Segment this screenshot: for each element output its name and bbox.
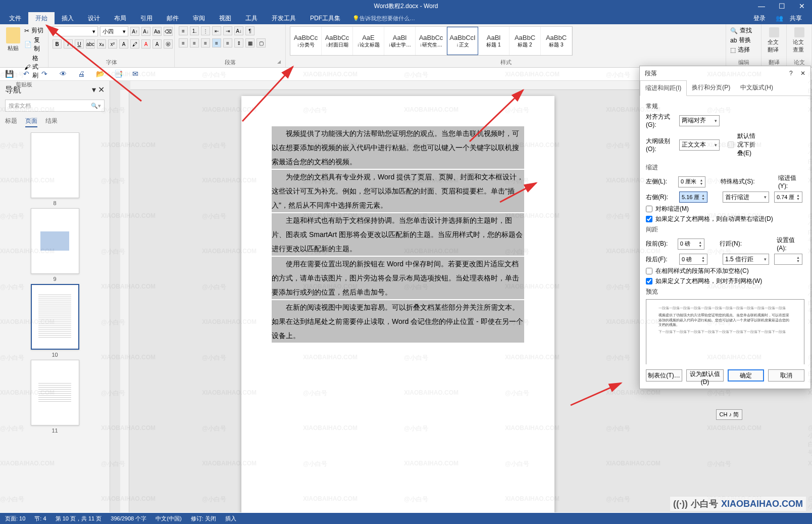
find-button[interactable]: 🔍 查找 <box>730 26 752 35</box>
tab-tools[interactable]: 工具 <box>238 12 265 24</box>
underline-button[interactable]: U <box>75 39 84 49</box>
shrink-font-button[interactable]: A↓ <box>141 27 150 36</box>
style-item-6[interactable]: AaBl标题 1 <box>478 27 510 55</box>
select-button[interactable]: ⬚ 选择 <box>730 45 750 54</box>
status-track[interactable]: 修订: 关闭 <box>191 515 216 522</box>
thumbnail-10[interactable] <box>31 284 79 350</box>
sort-button[interactable]: A↓ <box>234 26 243 35</box>
line-spacing-combo[interactable]: 1.5 倍行距▾ <box>723 254 769 265</box>
tab-insert[interactable]: 插入 <box>55 12 81 24</box>
at-spinner[interactable]: ▲▼ <box>774 254 802 265</box>
nav-close-icon[interactable]: ▾ ✕ <box>92 85 105 96</box>
paragraph-2[interactable]: 为使您的文档具有专业外观，Word 提供了页眉、页脚、封面和文本框设计，这些设计… <box>272 170 524 212</box>
translate-button[interactable]: 全文翻译 <box>766 26 782 55</box>
highlight-button[interactable]: 🖍 <box>130 39 139 49</box>
tab-pdf[interactable]: PDF工具集 <box>303 12 347 24</box>
dialog-tab-lineBreak[interactable]: 换行和分页(P) <box>687 80 735 96</box>
status-mode[interactable]: 插入 <box>225 515 236 522</box>
char-shading-button[interactable]: A <box>153 39 162 49</box>
close-button[interactable]: ✕ <box>792 2 812 10</box>
copy-button[interactable]: 📄 复制 <box>24 36 44 53</box>
style-item-8[interactable]: AaBbC标题 3 <box>541 27 572 55</box>
increase-indent-button[interactable]: ⇥ <box>223 26 232 35</box>
qat-icon-6[interactable]: 📂 <box>96 70 105 79</box>
style-item-4[interactable]: AaBbCc↓研究生… <box>416 27 447 55</box>
document-page[interactable]: 视频提供了功能强大的方法帮助您证明您的观点。当您单击联机视频时，可以在想要添加的… <box>241 96 554 512</box>
replace-button[interactable]: ab 替换 <box>730 36 751 44</box>
style-item-2[interactable]: AaE↓论文标题 <box>353 27 384 55</box>
paragraph-5[interactable]: 在新的阅读视图中阅读更加容易。可以折叠文档某些部分并关注所需文本。如果在达到结尾… <box>272 300 524 343</box>
grow-font-button[interactable]: A↑ <box>130 27 139 36</box>
dialog-help-icon[interactable]: ? <box>789 70 793 77</box>
ime-indicator[interactable]: CH ♪ 简 <box>716 409 743 420</box>
auto-right-checkbox[interactable]: 如果定义了文档网格，则自动调整右缩进(D) <box>646 215 804 223</box>
paragraph-1[interactable]: 视频提供了功能强大的方法帮助您证明您的观点。当您单击联机视频时，可以在想要添加的… <box>272 126 524 169</box>
thumbnail-9[interactable] <box>31 208 79 274</box>
tab-mailings[interactable]: 邮件 <box>160 12 186 24</box>
status-section[interactable]: 节: 4 <box>34 515 46 522</box>
font-family-combo[interactable]: ▾ <box>53 26 98 36</box>
tab-view[interactable]: 视图 <box>212 12 238 24</box>
dialog-tab-asian[interactable]: 中文版式(H) <box>735 80 778 96</box>
enclose-button[interactable]: ㊙ <box>164 39 173 49</box>
line-spacing-button[interactable]: ⇕ <box>234 38 243 47</box>
signin-button[interactable]: 登录 <box>748 14 771 23</box>
ok-button[interactable]: 确定 <box>728 369 764 382</box>
nav-tab-results[interactable]: 结果 <box>45 117 58 127</box>
status-words[interactable]: 396/2908 个字 <box>111 515 146 522</box>
clear-format-button[interactable]: ⌫ <box>164 27 173 36</box>
thumbnail-11[interactable] <box>31 360 79 425</box>
symmetric-checkbox[interactable]: 对称缩进(M) <box>646 205 804 213</box>
print-icon[interactable]: 🖨 <box>78 70 87 79</box>
nospace-checkbox[interactable]: 在相同样式的段落间不添加空格(C) <box>646 267 804 275</box>
outline-combo[interactable]: 正文文本▾ <box>679 139 720 151</box>
style-item-0[interactable]: AaBbCc↓分类号 <box>290 27 322 55</box>
status-page-of[interactable]: 第 10 页，共 11 页 <box>56 515 102 522</box>
set-default-button[interactable]: 设为默认值(D) <box>686 369 724 382</box>
align-justify-button[interactable]: ≡ <box>212 38 221 47</box>
tab-design[interactable]: 设计 <box>81 12 107 24</box>
snap-checkbox[interactable]: 如果定义了文档网格，则对齐到网格(W) <box>646 277 804 285</box>
tab-review[interactable]: 审阅 <box>186 12 212 24</box>
tab-home[interactable]: 开始 <box>28 12 55 24</box>
align-combo[interactable]: 两端对齐▾ <box>679 115 720 126</box>
paragraph-dialog-launcher[interactable]: ◢ <box>277 59 283 65</box>
maximize-button[interactable]: ☐ <box>772 2 792 10</box>
indent-left-spinner[interactable]: 0 厘米▲▼ <box>678 176 705 187</box>
text-effects-button[interactable]: A <box>119 39 128 49</box>
multilevel-button[interactable]: ⋮ <box>201 26 210 35</box>
dialog-tab-indent[interactable]: 缩进和间距(I) <box>640 80 687 96</box>
cut-button[interactable]: ✂ 剪切 <box>24 26 44 35</box>
plagiarism-button[interactable]: 论文查重 <box>791 26 807 55</box>
format-painter-button[interactable]: 🖌 格式刷 <box>24 54 44 80</box>
show-marks-button[interactable]: ¶ <box>245 26 255 35</box>
italic-button[interactable]: I <box>64 39 73 49</box>
tab-file[interactable]: 文件 <box>2 12 28 24</box>
tell-me-box[interactable]: 💡 告诉我您想要做什么… <box>352 12 415 24</box>
qat-icon-8[interactable]: ✉ <box>132 70 141 79</box>
paragraph-4[interactable]: 使用在需要位置出现的新按钮在 Word 中保存时间。若要更改图片适应文档的方式，… <box>272 257 524 299</box>
align-distribute-button[interactable]: ≡ <box>223 38 232 47</box>
vertical-ruler[interactable] <box>120 90 129 512</box>
qat-icon-7[interactable]: 📑 <box>114 70 123 79</box>
collapse-checkbox[interactable]: 默认情况下折叠(E) <box>728 132 758 158</box>
tab-references[interactable]: 引用 <box>133 12 160 24</box>
numbering-button[interactable]: 1. <box>190 26 199 35</box>
after-spinner[interactable]: 0 磅▲▼ <box>679 254 707 265</box>
decrease-indent-button[interactable]: ⇤ <box>212 26 221 35</box>
nav-tab-headings[interactable]: 标题 <box>5 117 17 127</box>
styles-gallery[interactable]: AaBbCc↓分类号AaBbCc↓封面日期AaE↓论文标题AaBl↓硕士学…Aa… <box>290 26 573 56</box>
dialog-title-bar[interactable]: 段落 ? ✕ <box>640 66 810 80</box>
paste-button[interactable]: 粘贴 <box>4 26 22 53</box>
bold-button[interactable]: B <box>53 39 62 49</box>
before-spinner[interactable]: 0 磅▲▼ <box>678 239 704 250</box>
style-item-1[interactable]: AaBbCc↓封面日期 <box>322 27 353 55</box>
cancel-button[interactable]: 取消 <box>768 369 804 382</box>
font-color-button[interactable]: A <box>141 39 150 49</box>
strike-button[interactable]: abc <box>86 39 95 49</box>
share-button[interactable]: 👥 共享 <box>771 14 812 23</box>
change-case-button[interactable]: Aa <box>153 27 162 36</box>
indent-right-spinner[interactable]: 5.16 厘▲▼ <box>679 192 707 203</box>
align-right-button[interactable]: ≡ <box>201 38 210 47</box>
nav-search-input[interactable]: 搜索文档 🔍▾ <box>5 100 105 112</box>
